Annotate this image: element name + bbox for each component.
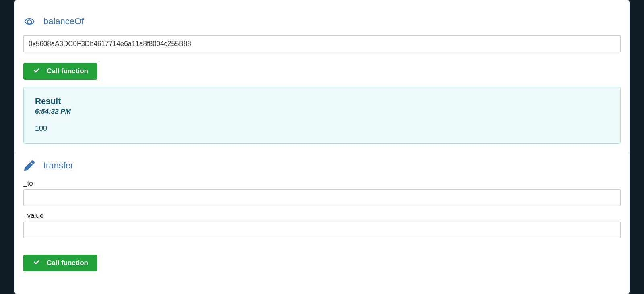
eye-icon [23,17,35,26]
transfer-value-label: _value [23,212,621,220]
call-button-label: Call function [47,67,88,75]
result-heading: Result [35,96,609,106]
transfer-section: transfer _to _value Call function [14,152,630,280]
check-icon [33,67,40,75]
result-value: 100 [35,124,609,133]
transfer-call-button[interactable]: Call function [23,255,97,271]
pencil-icon [23,160,35,171]
balanceof-section: balanceOf Call function Result 6:54:32 P… [14,8,630,152]
transfer-to-group: _to [23,180,621,206]
transfer-to-label: _to [23,180,621,188]
transfer-to-input[interactable] [23,189,621,206]
transfer-title: transfer [43,160,74,171]
transfer-value-input[interactable] [23,222,621,238]
transfer-value-group: _value [23,212,621,238]
balanceof-title: balanceOf [43,16,84,27]
balanceof-result-box: Result 6:54:32 PM 100 [23,87,621,144]
balanceof-header: balanceOf [23,16,621,27]
call-button-label: Call function [47,259,88,267]
contract-panel: balanceOf Call function Result 6:54:32 P… [14,0,630,294]
balanceof-call-button[interactable]: Call function [23,63,97,80]
check-icon [33,259,40,267]
result-timestamp: 6:54:32 PM [35,108,609,116]
transfer-header: transfer [23,160,621,171]
balanceof-address-input[interactable] [23,35,621,52]
